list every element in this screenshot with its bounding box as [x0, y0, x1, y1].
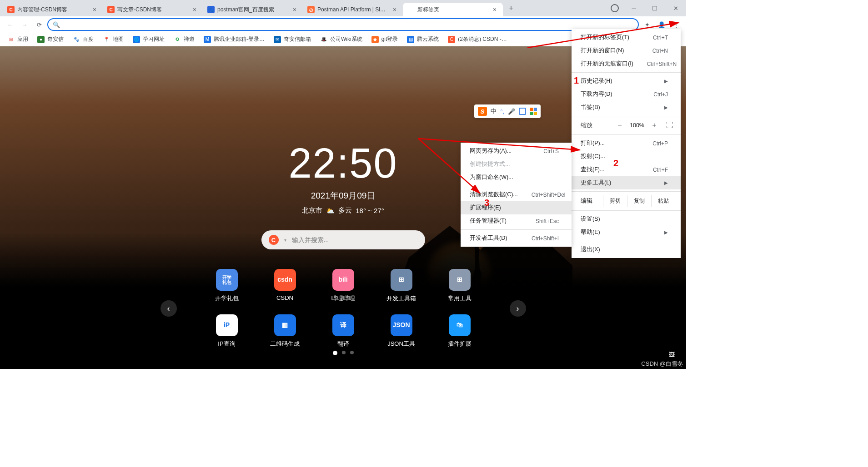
- menu-new-tab[interactable]: 打开新的标签页(T)Ctrl+T: [572, 31, 681, 44]
- bookmark-10[interactable]: ▤腾云系统: [403, 34, 442, 45]
- tab-favicon: 🐾: [207, 6, 215, 13]
- submenu-task-manager[interactable]: 任务管理器(T)Shift+Esc: [461, 214, 572, 228]
- maximize-button[interactable]: ☐: [644, 0, 665, 16]
- bookmark-icon: ✪: [174, 36, 181, 43]
- ime-punct-icon[interactable]: °,: [500, 108, 504, 115]
- dot-2[interactable]: [342, 351, 346, 354]
- ime-toolbar[interactable]: S 中 °, 🎤: [474, 104, 541, 118]
- shortcut-9[interactable]: 🛍 插件扩展: [442, 314, 478, 348]
- back-button[interactable]: ←: [4, 18, 16, 31]
- tab-close-button[interactable]: ×: [391, 6, 398, 13]
- more-tools-submenu: 网页另存为(A)...Ctrl+S 创建快捷方式... 为窗口命名(W)... …: [461, 143, 572, 247]
- fullscreen-button[interactable]: ⛶: [664, 120, 675, 131]
- shortcut-1[interactable]: csdn CSDN: [267, 269, 303, 303]
- shortcut-3[interactable]: ⊞ 开发工具箱: [383, 269, 420, 303]
- bookmark-11[interactable]: C(2条消息) CSDN -…: [444, 34, 510, 45]
- tab-close-button[interactable]: ×: [491, 6, 498, 13]
- bookmark-label: 奇安信: [47, 35, 64, 43]
- shortcut-icon: ⊞: [391, 269, 412, 291]
- menu-new-incognito[interactable]: 打开新的无痕窗口(I)Ctrl+Shift+N: [572, 57, 681, 70]
- ime-keyboard-icon[interactable]: [519, 108, 526, 115]
- bookmark-3[interactable]: 📍地图: [99, 34, 127, 45]
- dot-3[interactable]: [350, 351, 354, 354]
- bookmark-label: git登录: [381, 35, 398, 43]
- menu-help[interactable]: 帮助(E)▶: [572, 226, 681, 239]
- shortcut-label: 哔哩哔哩: [331, 294, 355, 303]
- shortcut-label: 开发工具箱: [386, 294, 416, 303]
- bookmark-2[interactable]: 🐾百度: [69, 34, 97, 45]
- shortcut-5[interactable]: iP IP查询: [209, 314, 245, 348]
- clock-time: 22:50: [288, 139, 397, 187]
- shortcut-7[interactable]: 译 翻译: [325, 314, 361, 348]
- bookmark-5[interactable]: ✪禅道: [170, 34, 198, 45]
- tab-2[interactable]: 🐾 postman官网_百度搜索 ×: [203, 3, 303, 16]
- tab-close-button[interactable]: ×: [91, 6, 98, 13]
- submenu-name-window[interactable]: 为窗口命名(W)...: [461, 171, 572, 184]
- menu-new-window[interactable]: 打开新的窗口(N)Ctrl+N: [572, 44, 681, 57]
- bookmark-label: 公司Wiki系统: [330, 35, 362, 43]
- tab-4[interactable]: 新标签页 ×: [403, 3, 503, 16]
- address-bar[interactable]: 🔍: [47, 18, 639, 31]
- menu-settings[interactable]: 设置(S): [572, 213, 681, 226]
- bookmark-icon: ⊞: [7, 36, 15, 43]
- ime-mic-icon[interactable]: 🎤: [508, 108, 515, 115]
- reload-button[interactable]: ⟳: [33, 18, 45, 31]
- bookmark-4[interactable]: 🌐学习网址: [129, 34, 168, 45]
- menu-find[interactable]: 查找(F)...Ctrl+F: [572, 163, 681, 176]
- shortcut-6[interactable]: ▦ 二维码生成: [267, 314, 303, 348]
- forward-button[interactable]: →: [18, 18, 31, 31]
- submenu-clear-data[interactable]: 清除浏览数据(C)...Ctrl+Shift+Del: [461, 188, 572, 201]
- ime-lang[interactable]: 中: [491, 107, 497, 115]
- shortcut-2[interactable]: bili 哔哩哔哩: [325, 269, 361, 303]
- tab-title: 写文章-CSDN博客: [117, 6, 188, 14]
- tab-close-button[interactable]: ×: [191, 6, 198, 13]
- bookmark-icon: ✉: [274, 36, 281, 43]
- dropdown-icon[interactable]: ▾: [284, 238, 286, 243]
- zoom-in-button[interactable]: +: [649, 120, 660, 131]
- tab-1[interactable]: C 写文章-CSDN博客 ×: [103, 3, 203, 16]
- submenu-dev-tools[interactable]: 开发者工具(D)Ctrl+Shift+I: [461, 232, 572, 245]
- shortcut-0[interactable]: 开学 礼包 开学礼包: [209, 269, 245, 303]
- shortcuts-prev[interactable]: ‹: [161, 300, 177, 317]
- bookmark-1[interactable]: ●奇安信: [34, 34, 67, 45]
- menu-history[interactable]: 历史记录(H)▶: [572, 75, 681, 88]
- menu-bookmarks[interactable]: 书签(B)▶: [572, 101, 681, 114]
- shortcuts-next[interactable]: ›: [510, 300, 526, 317]
- weather-city: 北京市: [302, 206, 322, 215]
- submenu-save-as[interactable]: 网页另存为(A)...Ctrl+S: [461, 144, 572, 158]
- menu-downloads[interactable]: 下载内容(D)Ctrl+J: [572, 88, 681, 101]
- tab-title: postman官网_百度搜索: [217, 6, 288, 14]
- bookmark-7[interactable]: ✉奇安信邮箱: [270, 34, 315, 45]
- shortcut-8[interactable]: JSON JSON工具: [383, 314, 420, 348]
- copy-button[interactable]: 复制: [627, 195, 651, 207]
- bookmark-0[interactable]: ⊞应用: [4, 34, 32, 45]
- cut-button[interactable]: 剪切: [603, 195, 627, 207]
- shortcut-4[interactable]: ⊞ 常用工具: [442, 269, 478, 303]
- weather-desc: 多云: [338, 206, 352, 215]
- bookmark-label: (2条消息) CSDN -…: [458, 35, 507, 43]
- menu-cast[interactable]: 投射(C)...: [572, 150, 681, 163]
- ime-menu-icon[interactable]: [530, 108, 537, 115]
- bookmark-6[interactable]: M腾讯企业邮箱-登录…: [200, 34, 268, 45]
- bookmark-9[interactable]: ◆git登录: [368, 34, 402, 45]
- menu-exit[interactable]: 退出(X): [572, 243, 681, 256]
- close-window-button[interactable]: ✕: [665, 0, 686, 16]
- ntp-search-box[interactable]: C ▾: [261, 230, 425, 249]
- menu-print[interactable]: 打印(P)...Ctrl+P: [572, 137, 681, 150]
- zoom-label: 缩放: [581, 122, 592, 129]
- minimize-button[interactable]: ─: [623, 0, 644, 16]
- shortcut-label: 二维码生成: [270, 340, 300, 348]
- zoom-value: 100%: [630, 122, 644, 129]
- dot-1[interactable]: [333, 351, 337, 355]
- new-tab-button[interactable]: +: [505, 2, 517, 15]
- tab-close-button[interactable]: ×: [291, 6, 298, 13]
- paste-button[interactable]: 粘贴: [651, 195, 675, 207]
- tab-3[interactable]: ◴ Postman API Platform | Sign U ×: [303, 3, 403, 16]
- tab-0[interactable]: C 内容管理-CSDN博客 ×: [3, 3, 103, 16]
- submenu-extensions[interactable]: 扩展程序(E): [461, 201, 572, 214]
- zoom-out-button[interactable]: −: [614, 120, 625, 131]
- menu-more-tools[interactable]: 更多工具(L)▶: [572, 176, 681, 189]
- submenu-create-shortcut[interactable]: 创建快捷方式...: [461, 158, 572, 171]
- bookmark-8[interactable]: 🎩公司Wiki系统: [316, 34, 366, 45]
- ntp-search-input[interactable]: [292, 236, 418, 243]
